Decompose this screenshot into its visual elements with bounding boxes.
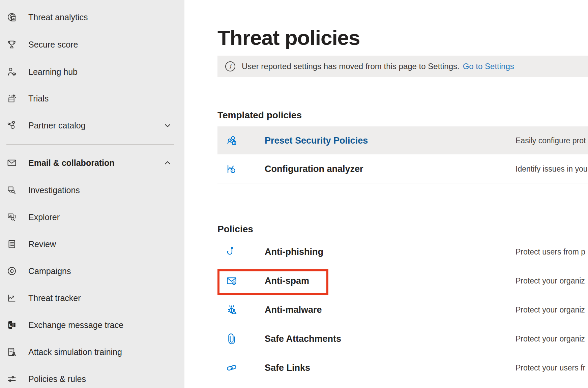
sidebar-item-label: Investigations: [28, 185, 80, 195]
sidebar-item-label: Secure score: [28, 40, 78, 50]
sidebar-item-label: Exchange message trace: [28, 320, 123, 330]
sidebar-item-campaigns[interactable]: Campaigns: [0, 258, 184, 285]
row-description: Protect your users fr: [516, 363, 585, 372]
pages-magnifier-icon: [6, 212, 17, 222]
page-title: Threat policies: [217, 26, 360, 50]
sidebar-item-label: Partner catalog: [28, 121, 86, 130]
chevron-down-icon: [163, 120, 173, 130]
sidebar-item-label: Learning hub: [28, 67, 78, 77]
sidebar-item-label: Campaigns: [28, 266, 71, 276]
banner-text: User reported settings has moved from th…: [242, 62, 460, 71]
row-description: Protect users from p: [516, 247, 585, 256]
info-icon: i: [225, 61, 235, 71]
row-safe-links[interactable]: Safe Links Protect your users fr: [217, 353, 588, 382]
policies-list: Anti-phishing Protect users from p Anti-…: [217, 237, 588, 382]
row-description: Identify issues in you: [516, 164, 588, 173]
sidebar-item-learning-hub[interactable]: Learning hub: [0, 58, 184, 85]
sidebar-item-policies-rules[interactable]: Policies & rules: [0, 365, 184, 388]
sidebar-item-label: Threat analytics: [28, 12, 88, 22]
row-safe-attachments[interactable]: Safe Attachments Protect your organiz: [217, 324, 588, 353]
row-preset-security-policies[interactable]: Preset Security Policies Easily configur…: [217, 126, 588, 154]
row-description: Protect your organiz: [516, 276, 585, 285]
main-content: Threat policies i User reported settings…: [184, 0, 588, 388]
sidebar-divider: [6, 144, 174, 145]
sliders-icon: [6, 374, 17, 384]
row-description: Protect your organiz: [516, 305, 585, 314]
bullseye-icon: [6, 266, 17, 276]
sidebar-item-label: Attack simulation training: [28, 347, 122, 357]
sidebar-item-secure-score[interactable]: Secure score: [0, 31, 184, 58]
row-description: Easily configure prot: [516, 136, 586, 145]
info-banner: i User reported settings has moved from …: [217, 56, 588, 77]
row-label: Safe Attachments: [265, 333, 341, 344]
frames-magnifier-icon: [6, 185, 17, 196]
row-label: Anti-malware: [265, 304, 322, 315]
sidebar-item-label: Threat tracker: [28, 293, 81, 303]
go-to-settings-link[interactable]: Go to Settings: [463, 62, 514, 71]
sidebar-item-investigations[interactable]: Investigations: [0, 177, 184, 204]
row-label: Safe Links: [265, 362, 310, 373]
sidebar-item-label: Trials: [28, 94, 49, 103]
sidebar-item-label: Email & collaboration: [28, 158, 115, 168]
row-label: Anti-spam: [265, 275, 309, 286]
templated-policies-list: Preset Security Policies Easily configur…: [217, 126, 588, 183]
envelope-icon: [6, 157, 17, 168]
sidebar-item-threat-analytics[interactable]: Threat analytics: [0, 4, 184, 31]
row-anti-malware[interactable]: Anti-malware Protect your organiz: [217, 295, 588, 324]
sidebar-item-label: Review: [28, 239, 56, 249]
sidebar-item-exchange-message-trace[interactable]: E Exchange message trace: [0, 311, 184, 338]
sidebar-item-review[interactable]: Review: [0, 231, 184, 258]
graduate-person-icon: [6, 66, 17, 77]
connected-nodes-icon: [6, 120, 17, 131]
row-configuration-analyzer[interactable]: Configuration analyzer Identify issues i…: [217, 154, 588, 183]
chain-links-icon: [226, 362, 238, 374]
clipboard-list-icon: [6, 239, 17, 249]
bug-warning-icon: [226, 304, 238, 316]
fish-hook-icon: [226, 246, 238, 258]
blocked-envelope-icon: [226, 275, 238, 287]
chart-alert-icon: [226, 163, 238, 175]
row-anti-phishing[interactable]: Anti-phishing Protect users from p: [217, 237, 588, 266]
paperclip-icon: [226, 333, 238, 345]
templated-policies-heading: Templated policies: [217, 110, 302, 121]
threat-analytics-icon: [6, 12, 17, 23]
trend-chart-icon: [6, 293, 17, 303]
sidebar-item-threat-tracker[interactable]: Threat tracker: [0, 285, 184, 311]
policies-heading: Policies: [217, 224, 253, 235]
row-label: Preset Security Policies: [265, 135, 368, 146]
row-description: Protect your organiz: [516, 334, 585, 343]
svg-text:E: E: [9, 323, 11, 328]
sidebar-item-partner-catalog[interactable]: Partner catalog: [0, 112, 184, 139]
row-anti-spam[interactable]: Anti-spam Protect your organiz: [217, 266, 588, 295]
people-lock-icon: [226, 135, 238, 147]
sidebar-item-trials[interactable]: Trials: [0, 85, 184, 112]
row-label: Configuration analyzer: [265, 163, 363, 174]
sidebar-item-explorer[interactable]: Explorer: [0, 204, 184, 231]
sidebar-item-email-collaboration[interactable]: Email & collaboration: [0, 149, 184, 176]
trophy-icon: [6, 39, 17, 50]
exchange-logo-icon: E: [6, 320, 17, 330]
sidebar-item-label: Policies & rules: [28, 374, 86, 384]
sidebar: Threat analytics Secure score Learning h…: [0, 0, 184, 388]
row-label: Anti-phishing: [265, 246, 323, 257]
document-flask-icon: [6, 347, 17, 357]
chevron-up-icon: [163, 158, 173, 168]
sparkle-box-icon: [6, 93, 17, 104]
sidebar-item-attack-simulation-training[interactable]: Attack simulation training: [0, 338, 184, 365]
sidebar-item-label: Explorer: [28, 212, 60, 222]
